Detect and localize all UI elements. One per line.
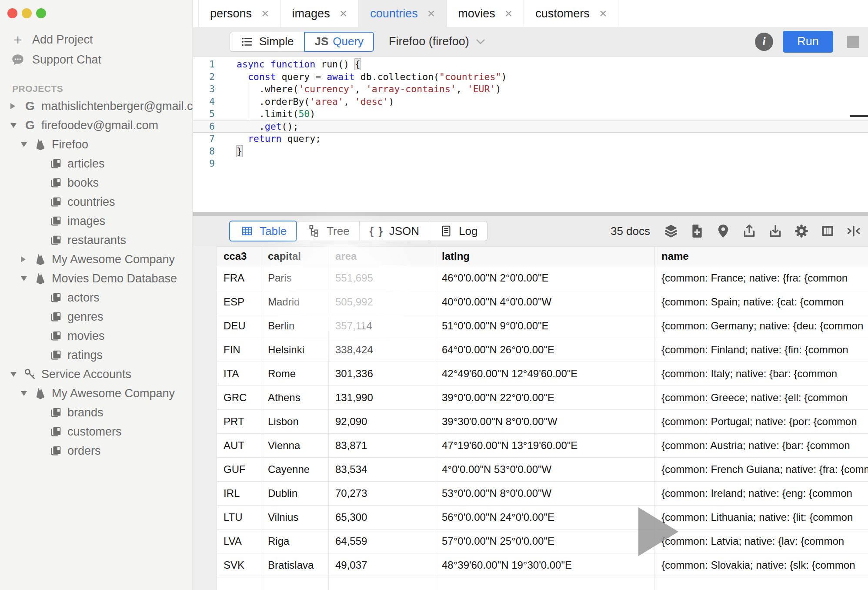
chevron-down-icon[interactable] [21,276,33,281]
simple-query-mode-button[interactable]: Simple [230,32,304,52]
columns-icon[interactable] [820,224,835,239]
js-query-mode-button[interactable]: JS Query [304,32,374,52]
view-tab-table[interactable]: Table [229,221,297,241]
add-document-icon[interactable] [689,224,704,239]
cell-name[interactable] [655,577,868,590]
cell-cca3[interactable]: FIN [217,338,261,362]
chevron-right-icon[interactable] [21,256,33,262]
cell-latlng[interactable]: 53°0'0.00"N 8°0'0.00"W [435,482,655,505]
cell-latlng[interactable]: 64°0'0.00"N 26°0'0.00"E [435,338,655,362]
cell-name[interactable]: {common: Greece; native: {ell: {common [655,386,868,409]
tree-item-brands[interactable]: brands [0,403,192,422]
cell-cca3[interactable]: FRA [217,266,261,290]
cell-capital[interactable]: Cayenne [261,458,329,481]
cell-cca3[interactable]: PRT [217,410,261,433]
cell-latlng[interactable]: 40°0'0.00"N 4°0'0.00"W [435,290,655,314]
tree-item-firefoo[interactable]: Firefoo [0,135,192,154]
view-tab-json[interactable]: { }JSON [360,221,429,241]
cell-name[interactable]: {common: France; native: {fra: {common [655,266,868,290]
cell-cca3[interactable]: DEU [217,314,261,338]
tree-item-genres[interactable]: genres [0,307,192,326]
info-icon[interactable]: i [755,33,773,51]
cell-name[interactable]: {common: Lithuania; native: {lit: {commo… [655,506,868,529]
cell-capital[interactable]: Vilnius [261,506,329,529]
tree-item-service-accounts[interactable]: Service Accounts [0,365,192,384]
code-line[interactable]: 4 .orderBy('area', 'desc') [193,96,868,108]
cell-name[interactable]: {common: Slovakia; native: {slk: {common [655,553,868,577]
column-header-name[interactable]: name [655,247,868,266]
code-line[interactable]: 8} [193,145,868,158]
tree-item-articles[interactable]: articles [0,154,192,173]
cell-capital[interactable]: Lisbon [261,410,329,433]
js-query-code-editor[interactable]: 1async function run() {2 const query = a… [193,57,868,212]
cell-latlng[interactable]: 57°0'0.00"N 25°0'0.00"E [435,530,655,553]
tree-item-ratings[interactable]: ratings [0,345,192,365]
code-line[interactable]: 2 const query = await db.collection("cou… [193,71,868,84]
cell-latlng[interactable]: 51°0'0.00"N 9°0'0.00"E [435,314,655,338]
close-tab-icon[interactable]: × [427,7,435,20]
cell-capital[interactable]: Vienna [261,434,329,457]
cell-name[interactable]: {common: Austria; native: {bar: {common [655,434,868,457]
export-icon[interactable] [741,224,757,239]
cell-latlng[interactable]: 39°30'0.00"N 8°0'0.00"W [435,410,655,433]
code-line[interactable]: 3 .where('currency', 'array-contains', '… [193,83,868,96]
tree-item-movies-demo-database[interactable]: Movies Demo Database [0,269,192,288]
chevron-down-icon[interactable] [21,142,33,147]
connection-selector[interactable]: Firefoo (firefoo) [389,35,486,48]
minimize-window-button[interactable] [22,8,32,18]
cell-latlng[interactable]: 39°0'0.00"N 22°0'0.00"E [435,386,655,409]
chevron-down-icon[interactable] [10,372,23,377]
cell-name[interactable]: {common: Germany; native: {deu: {common [655,314,868,338]
tree-item-actors[interactable]: actors [0,288,192,307]
tree-item-restaurants[interactable]: restaurants [0,231,192,250]
cell-cca3[interactable]: LVA [217,530,261,553]
cell-name[interactable]: {common: Spain; native: {cat: {common [655,290,868,314]
add-project-button[interactable]: + Add Project [0,30,192,50]
import-icon[interactable] [768,224,783,239]
cell-cca3[interactable] [217,577,261,590]
cell-cca3[interactable]: GUF [217,458,261,481]
cell-latlng[interactable]: 42°49'60.00"N 12°49'60.00"E [435,362,655,386]
settings-gear-icon[interactable] [794,224,809,239]
tab-movies[interactable]: movies× [447,0,524,27]
tab-persons[interactable]: persons× [198,0,281,27]
cell-capital[interactable]: Helsinki [261,338,329,362]
code-line[interactable]: 5 .limit(50) [193,108,868,121]
cell-cca3[interactable]: ESP [217,290,261,314]
cell-capital[interactable]: Athens [261,386,329,409]
stop-query-button[interactable] [847,36,859,48]
column-header-latlng[interactable]: latlng [435,247,655,266]
tree-item-countries[interactable]: countries [0,192,192,211]
code-line[interactable]: 6 .get(); [193,121,868,133]
tab-customers[interactable]: customers× [524,0,618,27]
tree-item-orders[interactable]: orders [0,441,192,460]
close-tab-icon[interactable]: × [599,7,607,20]
code-line[interactable]: 9 [193,158,868,170]
cell-name[interactable]: {common: Portugal; native: {por: {common [655,410,868,433]
tree-item-mathislichtenberger-gmail-com[interactable]: Gmathislichtenberger@gmail.com [0,97,192,116]
cell-name[interactable]: {common: French Guiana; native: {fra: {c… [655,458,868,481]
code-line[interactable]: 7 return query; [193,133,868,145]
tab-countries[interactable]: countries× [359,0,447,27]
close-tab-icon[interactable]: × [505,7,513,20]
column-header-cca3[interactable]: cca3 [217,247,261,266]
cell-area[interactable]: 83,534 [329,458,435,481]
view-tab-log[interactable]: Log [429,221,487,241]
cell-name[interactable]: {common: Finland; native: {fin: {common [655,338,868,362]
cell-area[interactable] [329,577,435,590]
tree-item-movies[interactable]: movies [0,326,192,345]
cell-capital[interactable] [261,577,329,590]
cell-area[interactable]: 131,990 [329,386,435,409]
location-pin-icon[interactable] [715,224,731,239]
cell-latlng[interactable]: 47°19'60.00"N 13°19'60.00"E [435,434,655,457]
collapse-panels-icon[interactable] [846,224,861,239]
cell-capital[interactable]: Bratislava [261,553,329,577]
cell-area[interactable]: 65,300 [329,506,435,529]
chevron-down-icon[interactable] [21,391,33,396]
cell-name[interactable]: {common: Latvia; native: {lav: {common [655,530,868,553]
cell-latlng[interactable]: 4°0'0.00"N 53°0'0.00"W [435,458,655,481]
cell-area[interactable]: 49,037 [329,553,435,577]
chevron-right-icon[interactable] [10,103,23,109]
tree-item-images[interactable]: images [0,211,192,231]
code-line[interactable]: 1async function run() { [193,58,868,71]
